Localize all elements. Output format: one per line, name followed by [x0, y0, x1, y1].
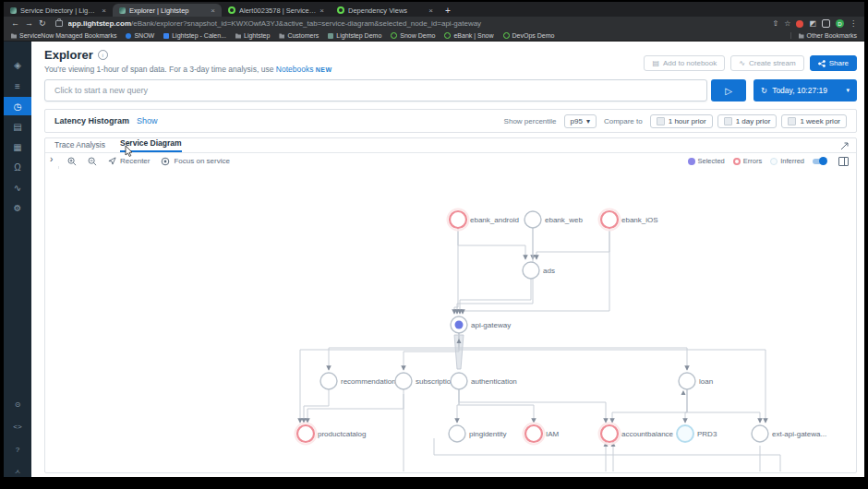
tab-close-icon[interactable]: × [102, 6, 106, 15]
inferred-swatch-icon [770, 158, 778, 165]
node-circle[interactable] [601, 425, 618, 442]
forward-icon[interactable]: → [25, 19, 33, 28]
zoom-out-icon[interactable] [88, 157, 97, 166]
sidebar-item-help[interactable]: ? [4, 440, 31, 459]
checkbox-icon[interactable] [724, 117, 732, 125]
new-tab-button[interactable]: + [445, 6, 451, 16]
diagram-legend: SelectedErrorsInferred [688, 157, 849, 166]
bookmark-item[interactable]: eBank | Snow [444, 32, 493, 39]
sidebar-item-monitoring-pulse[interactable]: ∿ [4, 178, 31, 197]
tab-close-icon[interactable]: × [319, 6, 324, 15]
node-label: ebank_android [470, 216, 519, 224]
bookmark-item[interactable]: Lightstep Demo [328, 32, 381, 39]
share-button[interactable]: Share [810, 55, 857, 71]
bookmark-item[interactable]: Lightstep [235, 32, 270, 39]
tab-group-icon[interactable] [822, 19, 830, 28]
subtitle-text: You're viewing 1-hour of span data. For … [44, 65, 276, 74]
bookmark-item[interactable]: Lightstep - Calen... [163, 32, 226, 39]
node-circle[interactable] [601, 211, 618, 228]
node-circle[interactable] [677, 425, 693, 442]
bookmark-star-icon[interactable]: ☆ [784, 20, 790, 28]
bookmark-item[interactable]: Snow Demo [391, 32, 435, 39]
browser-action-icons: ⇧ ☆ ◩ D ⋮ [773, 19, 857, 28]
sidebar-item-settings-gear[interactable]: ⚙ [4, 198, 31, 217]
node-circle[interactable] [297, 425, 314, 442]
node-circle[interactable] [525, 425, 542, 442]
zoom-in-icon[interactable] [67, 157, 77, 166]
node-circle[interactable] [320, 373, 337, 389]
compare-option-label: 1 week prior [800, 117, 840, 125]
browser-tab[interactable]: Dependency Views× [331, 4, 440, 17]
tab-title: Service Directory | Lightstep [20, 6, 98, 15]
info-icon[interactable]: i [98, 50, 108, 60]
checkbox-icon[interactable] [657, 117, 665, 125]
node-circle[interactable] [524, 211, 541, 228]
selected-swatch-icon [688, 158, 695, 165]
sidebar-item-account-person[interactable]: ㅅ [4, 462, 31, 477]
browser-tab[interactable]: Alert0023578 | ServiceNow× [222, 4, 331, 17]
tab-close-icon[interactable]: × [211, 6, 215, 15]
folder-icon [799, 33, 804, 39]
sidebar-item-system[interactable]: ⊙ [4, 395, 31, 413]
monitoring-pulse-icon: ∿ [14, 183, 21, 193]
recenter-button[interactable]: Recenter [108, 157, 150, 165]
bookmark-item[interactable]: ServiceNow Managed Bookmarks [11, 32, 116, 39]
run-query-button[interactable]: ▷ [711, 79, 746, 101]
legend-label: Selected [698, 157, 725, 165]
sidebar-item-explorer[interactable]: ◷ [4, 97, 31, 115]
url-bar[interactable]: app.lightstep.com/eBank/explorer?snapsho… [68, 19, 767, 28]
time-picker-button[interactable]: ↻ Today, 10:27:19 ▾ [753, 79, 857, 101]
percentile-select[interactable]: p95▾ [564, 114, 597, 128]
sidebar-item-notebooks[interactable]: ▤ [4, 117, 31, 136]
extensions-puzzle-icon[interactable]: ◩ [809, 20, 816, 28]
create-stream-button[interactable]: ∿Create stream [730, 55, 803, 71]
sidebar-item-menu[interactable]: ≡ [4, 77, 31, 95]
alerts-bell-icon: Ω [14, 162, 20, 173]
node-circle[interactable] [450, 211, 466, 228]
inferred-toggle[interactable] [813, 159, 826, 164]
add-to-notebook-button[interactable]: ▤Add to notebook [644, 55, 725, 71]
bookmark-label: DevOps Demo [512, 32, 555, 39]
open-sidebar-chevron[interactable]: › [50, 154, 53, 164]
focus-on-service-button[interactable]: Focus on service [161, 157, 229, 166]
sidebar-item-lightstep-logo[interactable]: ◈ [4, 55, 31, 74]
histogram-show-link[interactable]: Show [137, 116, 158, 125]
sidebar-item-dashboards[interactable]: ▦ [4, 137, 31, 156]
query-input[interactable]: Click to start a new query [44, 79, 707, 101]
histogram-title: Latency Histogram [54, 116, 129, 125]
notebooks-link[interactable]: Notebooks [276, 65, 314, 74]
sidebar-item-developer-code[interactable]: <> [4, 417, 31, 435]
refresh-time-icon: ↻ [761, 86, 767, 95]
profile-avatar[interactable]: D [836, 19, 844, 28]
refresh-icon[interactable]: ↻ [39, 19, 46, 28]
node-circle[interactable] [679, 373, 695, 389]
legend-item-inferred: Inferred [770, 157, 804, 165]
bookmark-item[interactable]: DevOps Demo [503, 32, 555, 39]
reading-panel-icon[interactable] [838, 157, 849, 166]
node-label: accountbalance [621, 430, 674, 438]
bookmark-item[interactable]: SNOW [126, 32, 154, 39]
record-extension-icon[interactable] [796, 20, 803, 28]
sidebar-item-alerts-bell[interactable]: Ω [4, 158, 31, 176]
compare-option[interactable]: 1 week prior [781, 114, 847, 128]
node-circle[interactable] [752, 425, 768, 442]
bookmark-item[interactable]: Customers [279, 32, 319, 39]
share-page-icon[interactable]: ⇧ [773, 20, 779, 28]
node-circle[interactable] [449, 425, 465, 442]
browser-tab[interactable]: Service Directory | Lightstep× [4, 4, 113, 17]
compare-option[interactable]: 1 hour prior [650, 114, 713, 128]
browser-tab[interactable]: Explorer | Lightstep× [113, 4, 222, 17]
checkbox-icon[interactable] [788, 117, 796, 125]
compare-option[interactable]: 1 day prior [717, 114, 778, 128]
chrome-menu-icon[interactable]: ⋮ [850, 20, 857, 28]
node-circle[interactable] [451, 373, 467, 389]
other-bookmarks-button[interactable]: Other Bookmarks [790, 32, 857, 39]
node-circle[interactable] [395, 373, 412, 389]
tab-close-icon[interactable]: × [428, 6, 433, 15]
expand-icon[interactable] [840, 142, 849, 150]
tab-trace-analysis[interactable]: Trace Analysis [54, 140, 105, 152]
page-subtitle: You're viewing 1-hour of span data. For … [44, 65, 332, 74]
url-host: app.lightstep.com [68, 19, 131, 28]
node-circle[interactable] [523, 262, 539, 279]
back-icon[interactable]: ← [11, 19, 19, 28]
